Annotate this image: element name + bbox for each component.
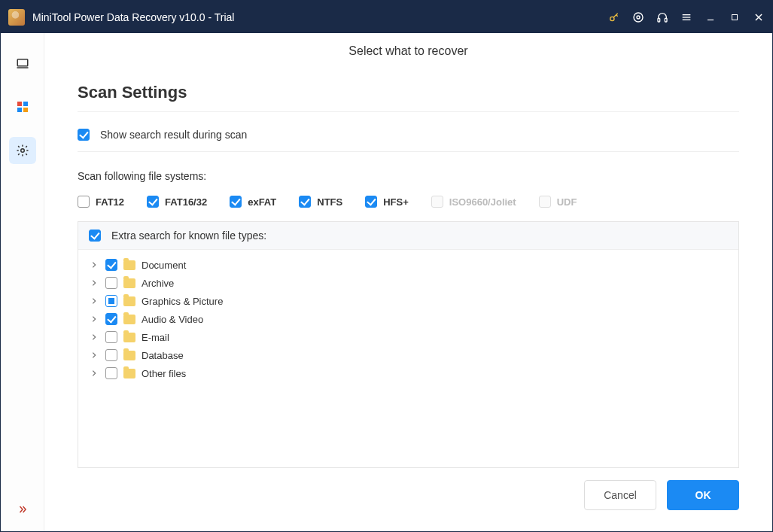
content: Select what to recover Scan Settings Sho… bbox=[44, 33, 772, 531]
key-icon[interactable] bbox=[608, 11, 620, 23]
chevron-right-icon[interactable] bbox=[89, 279, 99, 287]
chevron-right-icon[interactable] bbox=[89, 369, 99, 377]
svg-rect-9 bbox=[732, 14, 738, 20]
filesystem-item: HFS+ bbox=[365, 196, 409, 208]
extra-search-label: Extra search for known file types: bbox=[111, 230, 266, 242]
chevron-right-icon[interactable] bbox=[89, 315, 99, 323]
file-type-label: Audio & Video bbox=[142, 314, 203, 325]
app-body: Select what to recover Scan Settings Sho… bbox=[1, 33, 772, 531]
minimize-icon[interactable] bbox=[705, 11, 717, 23]
sidebar-item-pc[interactable] bbox=[9, 50, 36, 77]
file-type-checkbox[interactable] bbox=[105, 349, 117, 361]
file-type-checkbox[interactable] bbox=[105, 295, 117, 307]
svg-rect-16 bbox=[17, 108, 22, 112]
svg-rect-15 bbox=[23, 102, 28, 106]
svg-point-1 bbox=[634, 13, 643, 22]
file-type-item: Database bbox=[89, 346, 728, 364]
headphones-icon[interactable] bbox=[656, 11, 668, 23]
filesystem-checkbox[interactable] bbox=[78, 196, 90, 208]
app-window: MiniTool Power Data Recovery v10.0 - Tri… bbox=[0, 0, 773, 532]
file-type-item: E-mail bbox=[89, 328, 728, 346]
chevron-right-icon[interactable] bbox=[89, 297, 99, 305]
file-type-label: Database bbox=[142, 350, 184, 361]
filesystem-item: FAT16/32 bbox=[147, 196, 207, 208]
filesystem-checkbox bbox=[431, 196, 443, 208]
maximize-icon[interactable] bbox=[729, 11, 741, 23]
file-type-item: Other files bbox=[89, 364, 728, 382]
svg-rect-12 bbox=[17, 59, 28, 66]
page-header: Select what to recover bbox=[44, 33, 772, 69]
titlebar-right bbox=[608, 11, 765, 23]
file-type-checkbox[interactable] bbox=[105, 331, 117, 343]
close-icon[interactable] bbox=[753, 11, 765, 23]
file-type-label: Archive bbox=[142, 278, 174, 289]
file-type-item: Audio & Video bbox=[89, 310, 728, 328]
file-type-label: E-mail bbox=[142, 332, 169, 343]
extra-search-checkbox[interactable] bbox=[89, 230, 101, 242]
folder-icon bbox=[123, 278, 135, 288]
menu-icon[interactable] bbox=[680, 11, 692, 23]
filesystem-label: exFAT bbox=[248, 196, 276, 208]
sidebar-item-devices[interactable] bbox=[9, 93, 36, 120]
filesystem-checkbox[interactable] bbox=[147, 196, 159, 208]
filesystem-item: NTFS bbox=[299, 196, 342, 208]
show-during-scan-checkbox[interactable] bbox=[78, 129, 90, 141]
filesystem-label: ISO9660/Joliet bbox=[449, 196, 516, 208]
folder-icon bbox=[123, 351, 135, 360]
filesystem-checkbox[interactable] bbox=[230, 196, 242, 208]
disc-icon[interactable] bbox=[632, 11, 644, 23]
page-title: Select what to recover bbox=[348, 44, 467, 58]
chevron-right-icon[interactable] bbox=[89, 261, 99, 269]
filesystems-label: Scan following file systems: bbox=[78, 163, 739, 182]
sidebar-item-settings[interactable] bbox=[9, 137, 36, 164]
file-type-item: Graphics & Picture bbox=[89, 292, 728, 310]
file-type-checkbox[interactable] bbox=[105, 367, 117, 379]
svg-point-2 bbox=[637, 16, 640, 19]
footer: Cancel OK bbox=[78, 468, 739, 510]
show-during-scan-row: Show search result during scan bbox=[78, 123, 739, 152]
filesystem-label: NTFS bbox=[317, 196, 342, 208]
chevron-right-icon[interactable] bbox=[89, 333, 99, 341]
svg-rect-4 bbox=[665, 18, 667, 22]
folder-icon bbox=[123, 369, 135, 378]
filesystem-checkbox[interactable] bbox=[299, 196, 311, 208]
panel-title: Scan Settings bbox=[78, 83, 739, 112]
ok-button[interactable]: OK bbox=[667, 480, 739, 510]
svg-point-18 bbox=[20, 149, 24, 153]
show-during-scan-label: Show search result during scan bbox=[100, 129, 247, 141]
settings-panel: Scan Settings Show search result during … bbox=[55, 69, 762, 521]
file-type-item: Document bbox=[89, 256, 728, 274]
filesystem-item: ISO9660/Joliet bbox=[431, 196, 516, 208]
file-type-checkbox[interactable] bbox=[105, 313, 117, 325]
folder-icon bbox=[123, 315, 135, 324]
extra-search-header: Extra search for known file types: bbox=[78, 222, 738, 250]
file-type-item: Archive bbox=[89, 274, 728, 292]
folder-icon bbox=[123, 296, 135, 306]
sidebar-collapse-icon[interactable] bbox=[16, 504, 29, 515]
svg-rect-14 bbox=[17, 102, 22, 106]
file-type-label: Document bbox=[142, 260, 186, 271]
filesystem-label: UDF bbox=[557, 196, 577, 208]
titlebar: MiniTool Power Data Recovery v10.0 - Tri… bbox=[1, 1, 772, 33]
folder-icon bbox=[123, 333, 135, 342]
filesystem-label: HFS+ bbox=[383, 196, 409, 208]
filesystem-checkbox[interactable] bbox=[365, 196, 377, 208]
filesystems-row: FAT12FAT16/32exFATNTFSHFS+ISO9660/Joliet… bbox=[78, 190, 739, 221]
window-title: MiniTool Power Data Recovery v10.0 - Tri… bbox=[32, 11, 234, 23]
filesystem-item: FAT12 bbox=[78, 196, 124, 208]
filesystem-label: FAT12 bbox=[96, 196, 124, 208]
sidebar bbox=[1, 33, 44, 531]
svg-point-0 bbox=[610, 17, 614, 20]
file-types-box: Extra search for known file types: Docum… bbox=[78, 221, 739, 468]
file-type-checkbox[interactable] bbox=[105, 277, 117, 289]
titlebar-left: MiniTool Power Data Recovery v10.0 - Tri… bbox=[8, 9, 234, 26]
file-types-tree: DocumentArchiveGraphics & PictureAudio &… bbox=[78, 250, 738, 388]
filesystem-item: exFAT bbox=[230, 196, 276, 208]
filesystem-checkbox bbox=[539, 196, 551, 208]
file-type-label: Other files bbox=[142, 368, 186, 379]
svg-rect-17 bbox=[23, 108, 28, 112]
svg-rect-3 bbox=[658, 18, 660, 22]
file-type-checkbox[interactable] bbox=[105, 259, 117, 271]
cancel-button[interactable]: Cancel bbox=[584, 480, 656, 510]
chevron-right-icon[interactable] bbox=[89, 351, 99, 359]
